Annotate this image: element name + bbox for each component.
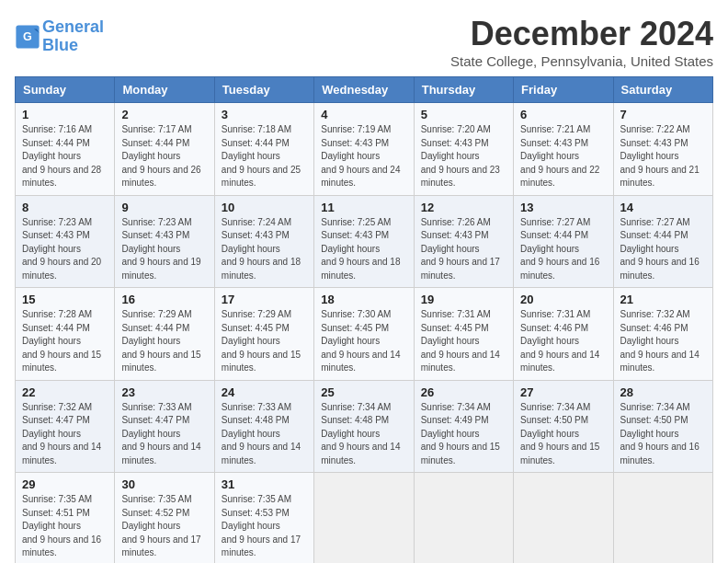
- weekday-header-saturday: Saturday: [613, 77, 712, 103]
- day-number: 28: [620, 385, 706, 399]
- day-number: 17: [222, 293, 307, 306]
- calendar-cell: 25 Sunrise: 7:34 AMSunset: 4:48 PMDaylig…: [314, 380, 414, 473]
- weekday-header-thursday: Thursday: [414, 77, 513, 103]
- weekday-header-friday: Friday: [514, 77, 613, 103]
- day-info: Sunrise: 7:21 AMSunset: 4:43 PMDaylight …: [520, 124, 599, 188]
- weekday-header-row: SundayMondayTuesdayWednesdayThursdayFrid…: [16, 77, 713, 103]
- week-row-5: 29 Sunrise: 7:35 AMSunset: 4:51 PMDaylig…: [16, 473, 713, 564]
- calendar-cell: 8 Sunrise: 7:23 AMSunset: 4:43 PMDayligh…: [16, 195, 115, 288]
- title-area: December 2024 State College, Pennsylvani…: [450, 15, 713, 69]
- calendar-cell: 7 Sunrise: 7:22 AMSunset: 4:43 PMDayligh…: [613, 103, 712, 196]
- day-info: Sunrise: 7:30 AMSunset: 4:45 PMDaylight …: [321, 309, 400, 373]
- day-number: 6: [520, 108, 606, 121]
- day-info: Sunrise: 7:19 AMSunset: 4:43 PMDaylight …: [321, 124, 400, 188]
- day-info: Sunrise: 7:20 AMSunset: 4:43 PMDaylight …: [421, 124, 500, 188]
- day-info: Sunrise: 7:29 AMSunset: 4:44 PMDaylight …: [121, 309, 200, 373]
- day-number: 4: [321, 108, 406, 121]
- day-info: Sunrise: 7:34 AMSunset: 4:50 PMDaylight …: [620, 402, 700, 465]
- day-info: Sunrise: 7:28 AMSunset: 4:44 PMDaylight …: [22, 309, 101, 373]
- calendar-cell: 22 Sunrise: 7:32 AMSunset: 4:47 PMDaylig…: [16, 380, 115, 473]
- month-title: December 2024: [450, 15, 713, 53]
- svg-text:G: G: [23, 30, 32, 43]
- calendar-cell: 10 Sunrise: 7:24 AMSunset: 4:43 PMDaylig…: [214, 195, 313, 288]
- day-number: 29: [22, 477, 108, 491]
- day-info: Sunrise: 7:31 AMSunset: 4:45 PMDaylight …: [421, 309, 500, 373]
- calendar-cell: 26 Sunrise: 7:34 AMSunset: 4:49 PMDaylig…: [414, 380, 513, 473]
- day-number: 21: [620, 293, 706, 306]
- day-info: Sunrise: 7:35 AMSunset: 4:52 PMDaylight …: [121, 494, 200, 557]
- calendar-cell: 27 Sunrise: 7:34 AMSunset: 4:50 PMDaylig…: [514, 380, 613, 473]
- day-number: 11: [321, 201, 406, 214]
- day-info: Sunrise: 7:27 AMSunset: 4:44 PMDaylight …: [520, 217, 599, 281]
- day-number: 13: [520, 201, 606, 214]
- day-number: 16: [121, 293, 207, 306]
- calendar-cell: 9 Sunrise: 7:23 AMSunset: 4:43 PMDayligh…: [115, 195, 214, 288]
- calendar-cell: [514, 473, 613, 564]
- logo-icon: G: [15, 24, 40, 50]
- calendar-cell: 4 Sunrise: 7:19 AMSunset: 4:43 PMDayligh…: [314, 103, 414, 196]
- calendar-cell: 3 Sunrise: 7:18 AMSunset: 4:44 PMDayligh…: [214, 103, 313, 196]
- calendar-cell: 17 Sunrise: 7:29 AMSunset: 4:45 PMDaylig…: [214, 288, 313, 381]
- calendar-cell: 14 Sunrise: 7:27 AMSunset: 4:44 PMDaylig…: [613, 195, 712, 288]
- day-info: Sunrise: 7:32 AMSunset: 4:46 PMDaylight …: [620, 309, 700, 373]
- day-number: 30: [121, 477, 207, 491]
- calendar-cell: 16 Sunrise: 7:29 AMSunset: 4:44 PMDaylig…: [115, 288, 214, 381]
- day-info: Sunrise: 7:26 AMSunset: 4:43 PMDaylight …: [421, 217, 500, 281]
- day-number: 15: [22, 293, 108, 306]
- logo: G General Blue: [15, 18, 104, 55]
- week-row-1: 1 Sunrise: 7:16 AMSunset: 4:44 PMDayligh…: [16, 103, 713, 196]
- day-number: 18: [321, 293, 406, 306]
- day-number: 24: [222, 385, 307, 399]
- calendar-cell: [414, 473, 513, 564]
- day-info: Sunrise: 7:24 AMSunset: 4:43 PMDaylight …: [222, 217, 301, 281]
- day-info: Sunrise: 7:23 AMSunset: 4:43 PMDaylight …: [22, 217, 101, 281]
- day-info: Sunrise: 7:29 AMSunset: 4:45 PMDaylight …: [222, 309, 301, 373]
- day-info: Sunrise: 7:16 AMSunset: 4:44 PMDaylight …: [22, 124, 101, 188]
- calendar-cell: 19 Sunrise: 7:31 AMSunset: 4:45 PMDaylig…: [414, 288, 513, 381]
- day-number: 12: [421, 201, 506, 214]
- calendar-table: SundayMondayTuesdayWednesdayThursdayFrid…: [15, 76, 713, 563]
- day-number: 3: [222, 108, 307, 121]
- week-row-4: 22 Sunrise: 7:32 AMSunset: 4:47 PMDaylig…: [16, 380, 713, 473]
- calendar-cell: 13 Sunrise: 7:27 AMSunset: 4:44 PMDaylig…: [514, 195, 613, 288]
- header: G General Blue December 2024 State Colle…: [15, 15, 713, 69]
- calendar-cell: 29 Sunrise: 7:35 AMSunset: 4:51 PMDaylig…: [16, 473, 115, 564]
- day-info: Sunrise: 7:27 AMSunset: 4:44 PMDaylight …: [620, 217, 700, 281]
- day-number: 22: [22, 385, 108, 399]
- day-info: Sunrise: 7:25 AMSunset: 4:43 PMDaylight …: [321, 217, 400, 281]
- day-number: 27: [520, 385, 606, 399]
- calendar-cell: 24 Sunrise: 7:33 AMSunset: 4:48 PMDaylig…: [214, 380, 313, 473]
- day-number: 14: [620, 201, 706, 214]
- calendar-cell: 1 Sunrise: 7:16 AMSunset: 4:44 PMDayligh…: [16, 103, 115, 196]
- calendar-cell: 21 Sunrise: 7:32 AMSunset: 4:46 PMDaylig…: [613, 288, 712, 381]
- calendar-cell: 20 Sunrise: 7:31 AMSunset: 4:46 PMDaylig…: [514, 288, 613, 381]
- calendar-cell: 5 Sunrise: 7:20 AMSunset: 4:43 PMDayligh…: [414, 103, 513, 196]
- day-number: 8: [22, 201, 108, 214]
- calendar-cell: 2 Sunrise: 7:17 AMSunset: 4:44 PMDayligh…: [115, 103, 214, 196]
- day-number: 1: [22, 108, 108, 121]
- logo-text: General Blue: [42, 18, 104, 55]
- calendar-cell: 31 Sunrise: 7:35 AMSunset: 4:53 PMDaylig…: [214, 473, 313, 564]
- day-info: Sunrise: 7:33 AMSunset: 4:48 PMDaylight …: [222, 402, 301, 465]
- calendar-cell: 28 Sunrise: 7:34 AMSunset: 4:50 PMDaylig…: [613, 380, 712, 473]
- week-row-2: 8 Sunrise: 7:23 AMSunset: 4:43 PMDayligh…: [16, 195, 713, 288]
- day-info: Sunrise: 7:34 AMSunset: 4:50 PMDaylight …: [520, 402, 599, 465]
- day-number: 25: [321, 385, 406, 399]
- day-info: Sunrise: 7:35 AMSunset: 4:53 PMDaylight …: [222, 494, 301, 557]
- day-number: 10: [222, 201, 307, 214]
- day-number: 31: [222, 477, 307, 491]
- logo-line1: General: [42, 17, 104, 36]
- weekday-header-monday: Monday: [115, 77, 214, 103]
- calendar-cell: 23 Sunrise: 7:33 AMSunset: 4:47 PMDaylig…: [115, 380, 214, 473]
- calendar-cell: 11 Sunrise: 7:25 AMSunset: 4:43 PMDaylig…: [314, 195, 414, 288]
- day-number: 20: [520, 293, 606, 306]
- day-info: Sunrise: 7:22 AMSunset: 4:43 PMDaylight …: [620, 124, 700, 188]
- day-number: 19: [421, 293, 506, 306]
- calendar-cell: 12 Sunrise: 7:26 AMSunset: 4:43 PMDaylig…: [414, 195, 513, 288]
- calendar-cell: 15 Sunrise: 7:28 AMSunset: 4:44 PMDaylig…: [16, 288, 115, 381]
- day-number: 2: [121, 108, 207, 121]
- day-number: 7: [620, 108, 706, 121]
- calendar-cell: [314, 473, 414, 564]
- calendar-cell: 6 Sunrise: 7:21 AMSunset: 4:43 PMDayligh…: [514, 103, 613, 196]
- day-number: 26: [421, 385, 506, 399]
